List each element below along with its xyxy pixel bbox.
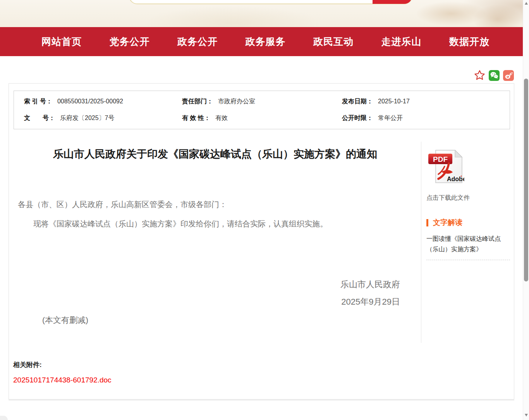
- meta-value: 乐府发〔2025〕7号: [60, 115, 115, 121]
- document-card: 索 引 号：008550031/2025-00092 责任部门：市政府办公室 发…: [9, 83, 514, 399]
- interpretation-link[interactable]: 一图读懂《国家碳达峰试点 （乐山）实施方案》: [426, 233, 513, 254]
- document-meta-table: 索 引 号：008550031/2025-00092 责任部门：市政府办公室 发…: [14, 91, 510, 129]
- download-file-link[interactable]: 点击下载此文件: [426, 194, 513, 202]
- main-nav: 网站首页 党务公开 政务公开 政务服务 政民互动 走进乐山 数据开放: [0, 27, 529, 56]
- attachment-file-link[interactable]: 20251017174438-601792.doc: [13, 376, 112, 384]
- weibo-share-icon[interactable]: [503, 70, 514, 81]
- meta-label: 文 号：: [24, 115, 55, 121]
- meta-index-number: 索 引 号：008550031/2025-00092: [14, 98, 172, 106]
- meta-value: 2025-10-17: [378, 98, 410, 105]
- nav-item-home[interactable]: 网站首页: [41, 35, 82, 48]
- accent-bar: [426, 219, 428, 226]
- favorite-star-icon[interactable]: [474, 70, 485, 81]
- header-banner: [0, 0, 529, 27]
- share-toolbar: [474, 70, 514, 81]
- interpretation-title: 文字解读: [433, 218, 462, 228]
- signature-block: 乐山市人民政府 2025年9月29日: [14, 276, 417, 310]
- meta-validity: 有 效 性：有效: [172, 114, 332, 122]
- nav-item-gov-affairs[interactable]: 政务公开: [177, 35, 218, 48]
- article-paragraph: 各县（市、区）人民政府，乐山高新区管委会，市级各部门：: [14, 199, 417, 210]
- nav-item-open-data[interactable]: 数据开放: [449, 35, 489, 48]
- right-sidebar: PDF Adobe 点击下载此文件 文字解读 一图读懂《国家碳达峰试点 （乐山）…: [426, 147, 513, 260]
- pdf-banner-text: PDF: [433, 155, 448, 163]
- wechat-share-icon[interactable]: [489, 70, 500, 81]
- document-title: 乐山市人民政府关于印发《国家碳达峰试点（乐山）实施方案》的通知: [14, 146, 417, 162]
- vertical-scrollbar[interactable]: [523, 0, 529, 420]
- meta-label: 发布日期：: [342, 98, 373, 105]
- meta-label: 公开时限：: [342, 115, 373, 121]
- search-input[interactable]: [129, 0, 412, 4]
- signature-org: 乐山市人民政府: [14, 276, 400, 293]
- article-body: 乐山市人民政府关于印发《国家碳达峰试点（乐山）实施方案》的通知 各县（市、区）人…: [14, 129, 417, 329]
- nav-item-party-affairs[interactable]: 党务公开: [110, 35, 150, 48]
- meta-doc-number: 文 号：乐府发〔2025〕7号: [14, 114, 172, 122]
- meta-responsible-dept: 责任部门：市政府办公室: [172, 98, 332, 106]
- footer-corner: [0, 416, 8, 420]
- search-button[interactable]: [373, 0, 412, 4]
- nav-item-interaction[interactable]: 政民互动: [313, 35, 354, 48]
- article-paragraph: 现将《国家碳达峰试点（乐山）实施方案》印发给你们，请结合实际，认真组织实施。: [14, 218, 417, 230]
- page: 网站首页 党务公开 政务公开 政务服务 政民互动 走进乐山 数据开放: [0, 0, 529, 420]
- scrollbar-up-arrow-icon[interactable]: [525, 2, 528, 5]
- scrollbar-thumb[interactable]: [524, 79, 528, 281]
- meta-publish-date: 发布日期：2025-10-17: [332, 98, 510, 106]
- nav-item-gov-services[interactable]: 政务服务: [246, 35, 286, 48]
- content-divider: [421, 142, 421, 343]
- interpretation-link-line1: 一图读懂《国家碳达峰试点: [426, 235, 501, 242]
- meta-label: 索 引 号：: [24, 98, 52, 105]
- meta-open-period: 公开时限：常年公开: [332, 114, 510, 122]
- interpretation-link-line2: （乐山）实施方案》: [426, 244, 513, 254]
- signature-date: 2025年9月29日: [14, 293, 400, 310]
- dashed-separator: [426, 260, 510, 260]
- nav-item-about-leshan[interactable]: 走进乐山: [381, 35, 422, 48]
- scrollbar-down-arrow-icon[interactable]: [525, 414, 528, 417]
- abridged-note: (本文有删减): [14, 311, 417, 329]
- pdf-download-icon[interactable]: PDF Adobe: [427, 149, 464, 185]
- attachments-section: 相关附件: 20251017174438-601792.doc: [13, 360, 112, 384]
- meta-label: 有 效 性：: [182, 115, 210, 121]
- meta-value: 常年公开: [378, 115, 403, 121]
- pdf-brand-text: Adobe: [447, 176, 464, 182]
- meta-value: 有效: [215, 115, 228, 121]
- meta-label: 责任部门：: [182, 98, 213, 105]
- meta-value: 008550031/2025-00092: [57, 98, 123, 105]
- meta-value: 市政府办公室: [218, 98, 255, 105]
- attachments-heading: 相关附件:: [13, 360, 112, 369]
- interpretation-header: 文字解读: [426, 218, 513, 228]
